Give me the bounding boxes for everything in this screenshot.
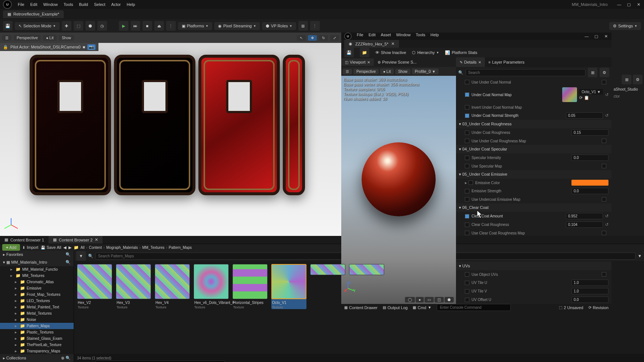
pixel-streaming-button[interactable]: ◉Pixel Streaming▼ — [214, 22, 260, 30]
param-bool[interactable] — [602, 164, 606, 168]
bc-all[interactable]: All — [80, 246, 84, 250]
selection-mode-button[interactable]: ↖ Selection Mode ▼ — [15, 22, 60, 30]
asset-tile[interactable]: Hex_v6_Dots_Vibrant_FTexture — [194, 264, 229, 309]
me-vp-menu[interactable]: ☰ — [343, 69, 352, 74]
me-menu-help[interactable]: Help — [430, 33, 439, 40]
me-vp-show[interactable]: Show — [395, 69, 410, 74]
save-icon[interactable]: 💾 — [3, 21, 13, 31]
tree-item[interactable]: ▸📁 Stained_Glass_Exam — [0, 335, 74, 342]
outliner-opt2-icon[interactable]: ⚙ — [633, 75, 643, 84]
me-menu-tools[interactable]: Tools — [416, 33, 425, 40]
section-header[interactable]: ▾ 05_Under Coat Emissive — [456, 170, 611, 179]
fav-search-icon[interactable]: 🔍 — [66, 252, 71, 257]
param-checkbox[interactable] — [465, 231, 469, 235]
menu-tools[interactable]: Tools — [64, 2, 73, 7]
step-icon[interactable]: ⏭ — [131, 21, 140, 31]
me-menu-asset[interactable]: Asset — [381, 33, 391, 40]
bc-textures[interactable]: MM_Textures — [142, 246, 164, 250]
detail-row[interactable]: Clear Coat Roughness↺ — [456, 220, 611, 229]
menu-select[interactable]: Select — [94, 2, 105, 7]
me-menu-edit[interactable]: Edit — [369, 33, 376, 40]
menu-window[interactable]: Window — [43, 2, 58, 7]
asset-tile[interactable]: Octo_V1Texture — [271, 264, 306, 309]
cb-back-icon[interactable]: ◀ — [63, 245, 66, 250]
color-swatch[interactable] — [571, 180, 608, 186]
me-minimize[interactable]: — — [584, 34, 589, 39]
show-inactive-toggle[interactable]: 👁Show Inactive — [375, 50, 406, 55]
cb-tab-1[interactable]: ▦ Content Browser 1 — [0, 236, 48, 244]
vp-move-icon[interactable]: ✥ — [308, 35, 317, 41]
reset-icon[interactable]: ↺ — [605, 113, 608, 118]
vp-lit[interactable]: ● Lit — [43, 35, 56, 41]
me-vp-profile[interactable]: Profile_0 ▼ — [412, 68, 439, 74]
texture-dropdown[interactable]: Octo_V1 ▼ — [579, 89, 603, 95]
shape-plane-icon[interactable]: ▭ — [425, 297, 434, 302]
asset-thumb[interactable] — [310, 264, 345, 275]
detail-row[interactable]: Use Under Coat Roughness Map — [456, 137, 611, 145]
param-value-input[interactable] — [571, 129, 608, 136]
settings-button[interactable]: ⚙Settings▼ — [609, 22, 641, 30]
asset-tile[interactable]: Horizontal_StripesTexture — [232, 264, 268, 309]
tree-item[interactable]: ▸📁 Plastic_Textures — [0, 329, 74, 335]
param-checkbox[interactable] — [465, 189, 469, 193]
tree-item[interactable]: ▸📁 Frost_Map_Textures — [0, 291, 74, 298]
vp-roles-button[interactable]: ⬢VP Roles▼ — [262, 22, 296, 30]
me-menu-file[interactable]: File — [357, 33, 363, 40]
param-checkbox[interactable] — [465, 114, 469, 118]
eject-icon[interactable]: ⏏ — [154, 21, 164, 31]
me-preview-tab[interactable]: ⚙ Preview Scene S... — [374, 58, 420, 66]
sequence-icon[interactable]: ◷ — [97, 21, 107, 31]
favorites-header[interactable]: ▸ Favorites🔍 — [0, 251, 74, 258]
section-header[interactable]: ▾ 03_Under Coat Roughness — [456, 120, 611, 128]
param-checkbox[interactable] — [465, 223, 469, 227]
cb-import-button[interactable]: ⬇ Import — [22, 245, 38, 250]
bc-mograph[interactable]: Mograph_Materials — [106, 246, 138, 250]
vp-menu-icon[interactable]: ☰ — [2, 35, 11, 41]
param-value-input[interactable] — [566, 112, 603, 119]
asset-thumb[interactable] — [271, 264, 306, 299]
detail-row[interactable]: Specular Intensity — [456, 153, 611, 162]
asset-thumb[interactable] — [349, 264, 384, 275]
blueprint-icon[interactable]: ⬢ — [85, 21, 95, 31]
reset-icon[interactable]: ↺ — [605, 92, 608, 97]
cb-save-all-button[interactable]: 💾 Save All — [41, 245, 61, 250]
maximize-button[interactable]: ▢ — [626, 2, 631, 7]
bc-content[interactable]: Content — [89, 246, 102, 250]
menu-help[interactable]: Help — [127, 2, 135, 7]
hierarchy-button[interactable]: ⬡Hierarchy▼ — [412, 50, 439, 55]
asset-tile[interactable]: Hex_V4Texture — [155, 264, 190, 309]
me-axis-gizmo[interactable]: ZYX — [344, 281, 355, 293]
param-value-input[interactable] — [566, 213, 603, 219]
tree-item[interactable]: ▸📁 Noise — [0, 317, 74, 323]
shape-cylinder-icon[interactable]: ◯ — [405, 297, 415, 302]
filter-icon[interactable]: ▼ — [76, 251, 86, 261]
me-save-icon[interactable]: 💾 — [344, 48, 354, 57]
detail-row[interactable]: Emissive Strength — [456, 187, 611, 195]
param-bool[interactable] — [602, 80, 606, 84]
vp-rotate-icon[interactable]: ↻ — [319, 35, 328, 41]
detail-row[interactable]: Use Undercoat Emissive Map — [456, 195, 611, 203]
stop-pilot-icon[interactable]: ■ — [83, 45, 85, 49]
detail-row[interactable]: Use Specular Map — [456, 162, 611, 170]
section-header[interactable]: ▾ 04_Under Coat Specular — [456, 145, 611, 153]
me-tab[interactable]: ◉ ZZZRetro_Hex_5* ✕ — [344, 40, 399, 48]
capture-icon[interactable]: ⊞ — [298, 21, 308, 31]
bc-pattern[interactable]: Pattern_Maps — [169, 246, 192, 250]
bottom-console-input[interactable] — [95, 361, 225, 362]
vp-perspective[interactable]: Perspective — [14, 35, 41, 41]
param-checkbox[interactable] — [465, 197, 469, 202]
asset-thumb[interactable] — [116, 264, 151, 299]
param-value-input[interactable] — [571, 155, 608, 161]
tree-item[interactable]: ▸📁 Transparency_Maps — [0, 348, 74, 354]
main-viewport[interactable]: ☰ Perspective ● Lit Show ↖ ✥ ↻ ⤢ 🔒 Pilot… — [0, 33, 341, 236]
param-checkbox[interactable] — [469, 180, 473, 185]
asset-tile[interactable] — [310, 264, 345, 309]
marketplace-icon[interactable]: ⬚ — [74, 21, 83, 31]
cb-search-dd-icon[interactable]: ▼ — [638, 254, 642, 258]
tree-item[interactable]: ▸📁 LED_Textures — [0, 298, 74, 304]
asset-thumb[interactable] — [194, 264, 229, 299]
main-tab[interactable]: ▦ Retroreflective_Example* — [3, 10, 64, 18]
param-value-input[interactable] — [566, 221, 603, 228]
asset-tile[interactable]: Hex_V3Texture — [116, 264, 151, 309]
menu-edit[interactable]: Edit — [30, 2, 37, 7]
